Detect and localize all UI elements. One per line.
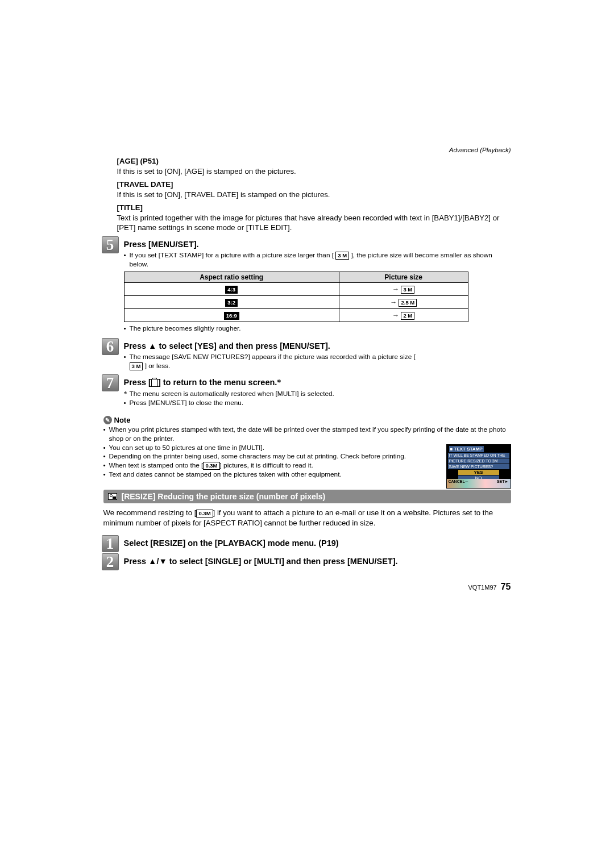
note-icon: ✎ bbox=[103, 416, 112, 424]
step-6-title: Press ▲ to select [YES] and then press [… bbox=[124, 340, 431, 350]
page-number: 75 bbox=[501, 582, 511, 591]
footer-code: VQT1M97 bbox=[468, 584, 497, 591]
step-number-icon: 6 bbox=[102, 338, 119, 355]
table-row: 3:2 → 2.5 M bbox=[124, 296, 468, 309]
ratio-3-2-icon: 3:2 bbox=[225, 299, 238, 307]
size-2p5m-icon: 2.5 M bbox=[399, 299, 417, 307]
step-6: 6 Press ▲ to select [YES] and then press… bbox=[103, 340, 511, 350]
step-number-icon: 2 bbox=[102, 553, 119, 570]
step5-bullet-pre: If you set [TEXT STAMP] for a picture wi… bbox=[130, 251, 334, 259]
section-header: Advanced (Playback) bbox=[103, 147, 511, 153]
camera-screen-textstamp: ■ TEXT STAMP IT WILL BE STAMPED ON THE P… bbox=[446, 444, 511, 489]
age-text: If this is set to [ON], [AGE] is stamped… bbox=[117, 166, 511, 177]
step-number-icon: 1 bbox=[102, 535, 119, 552]
resize-step-2-title: Press ▲/▼ to select [SINGLE] or [MULTI] … bbox=[124, 556, 420, 566]
step-7-title: Press [] to return to the menu screen.* bbox=[124, 377, 511, 387]
age-label: [AGE] (P51) bbox=[117, 157, 511, 165]
resize-icon bbox=[108, 493, 117, 500]
title-label: [TITLE] bbox=[117, 203, 511, 212]
resize-intro: We recommend resizing to [0.3M] if you w… bbox=[103, 508, 511, 528]
title-text: Text is printed together with the image … bbox=[117, 213, 511, 233]
page-footer: VQT1M97 75 bbox=[103, 582, 511, 592]
step-5-title: Press [MENU/SET]. bbox=[124, 239, 511, 249]
step-7: 7 Press [] to return to the menu screen.… bbox=[103, 377, 511, 387]
ratio-4-3-icon: 4:3 bbox=[225, 286, 238, 294]
step-7-bullets: *The menu screen is automatically restor… bbox=[124, 390, 425, 408]
manual-page: Advanced (Playback) [AGE] (P51) If this … bbox=[103, 147, 511, 609]
size-badge-3m-icon: 3 M bbox=[130, 362, 143, 370]
asterisk-icon: * bbox=[277, 378, 281, 387]
table-row: 16:9 → 2 M bbox=[124, 309, 468, 322]
resize-step-1-title: Select [RESIZE] on the [PLAYBACK] mode m… bbox=[124, 537, 511, 548]
size-badge-03m-icon: 0.3M bbox=[196, 510, 213, 518]
th-size: Picture size bbox=[339, 272, 468, 283]
step-6-bullets: • The message [SAVE NEW PICTURES?] appea… bbox=[124, 353, 425, 371]
step-number-icon: 5 bbox=[102, 236, 119, 253]
step-number-icon: 7 bbox=[102, 374, 119, 391]
table-row: 4:3 → 3 M bbox=[124, 283, 468, 296]
travel-date-text: If this is set to [ON], [TRAVEL DATE] is… bbox=[117, 190, 511, 200]
resize-section-bar: [RESIZE] Reducing the picture size (numb… bbox=[103, 490, 511, 503]
size-2m-icon: 2 M bbox=[401, 312, 414, 320]
ratio-16-9-icon: 16:9 bbox=[224, 312, 239, 320]
step-5-bullets: • If you set [TEXT STAMP] for a picture … bbox=[124, 251, 511, 269]
note-heading: ✎ Note bbox=[103, 416, 511, 424]
step-5-bullet2: •The picture becomes slightly rougher. bbox=[124, 324, 511, 333]
trash-icon bbox=[151, 379, 158, 387]
step-5: 5 Press [MENU/SET]. bbox=[103, 239, 511, 249]
travel-date-label: [TRAVEL DATE] bbox=[117, 180, 511, 189]
resize-step-1: 1 Select [RESIZE] on the [PLAYBACK] mode… bbox=[103, 537, 511, 548]
size-badge-3m-icon: 3 M bbox=[335, 252, 349, 260]
size-badge-03m-icon: 0.3M bbox=[203, 462, 219, 470]
aspect-ratio-table: Aspect ratio setting Picture size 4:3 → … bbox=[124, 272, 468, 322]
th-aspect: Aspect ratio setting bbox=[124, 272, 339, 283]
resize-step-2: 2 Press ▲/▼ to select [SINGLE] or [MULTI… bbox=[103, 556, 511, 566]
size-3m-icon: 3 M bbox=[401, 286, 414, 294]
